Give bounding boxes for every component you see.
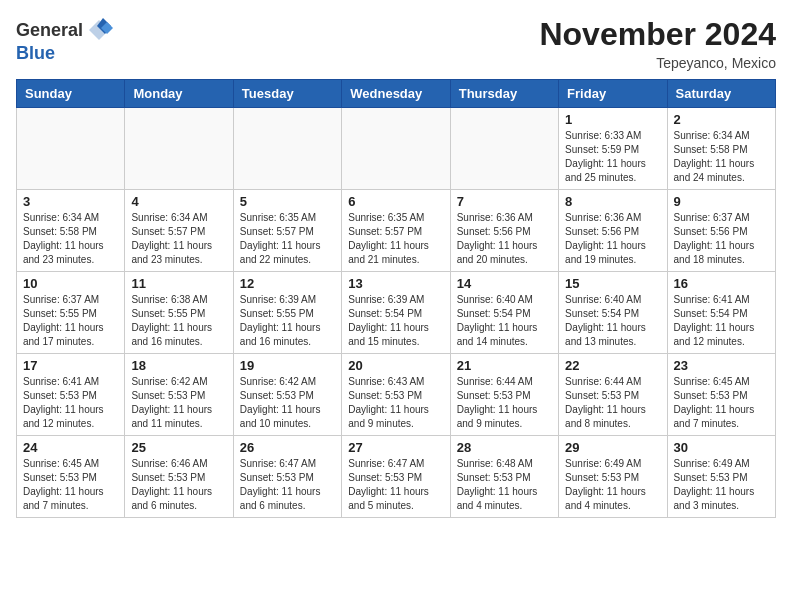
day-info: Sunrise: 6:44 AMSunset: 5:53 PMDaylight:… <box>565 375 660 431</box>
table-row <box>17 108 125 190</box>
day-info: Sunrise: 6:39 AMSunset: 5:55 PMDaylight:… <box>240 293 335 349</box>
day-info: Sunrise: 6:43 AMSunset: 5:53 PMDaylight:… <box>348 375 443 431</box>
table-row: 10Sunrise: 6:37 AMSunset: 5:55 PMDayligh… <box>17 272 125 354</box>
table-row: 24Sunrise: 6:45 AMSunset: 5:53 PMDayligh… <box>17 436 125 518</box>
day-info: Sunrise: 6:47 AMSunset: 5:53 PMDaylight:… <box>348 457 443 513</box>
day-info: Sunrise: 6:34 AMSunset: 5:57 PMDaylight:… <box>131 211 226 267</box>
day-number: 21 <box>457 358 552 373</box>
day-number: 4 <box>131 194 226 209</box>
day-number: 19 <box>240 358 335 373</box>
table-row: 12Sunrise: 6:39 AMSunset: 5:55 PMDayligh… <box>233 272 341 354</box>
day-number: 16 <box>674 276 769 291</box>
header-tuesday: Tuesday <box>233 80 341 108</box>
header-monday: Monday <box>125 80 233 108</box>
logo-icon <box>85 16 113 44</box>
month-title: November 2024 <box>539 16 776 53</box>
day-number: 28 <box>457 440 552 455</box>
day-number: 23 <box>674 358 769 373</box>
day-number: 6 <box>348 194 443 209</box>
table-row: 21Sunrise: 6:44 AMSunset: 5:53 PMDayligh… <box>450 354 558 436</box>
header-wednesday: Wednesday <box>342 80 450 108</box>
day-info: Sunrise: 6:44 AMSunset: 5:53 PMDaylight:… <box>457 375 552 431</box>
table-row <box>125 108 233 190</box>
day-number: 14 <box>457 276 552 291</box>
calendar-table: Sunday Monday Tuesday Wednesday Thursday… <box>16 79 776 518</box>
day-number: 25 <box>131 440 226 455</box>
table-row: 20Sunrise: 6:43 AMSunset: 5:53 PMDayligh… <box>342 354 450 436</box>
day-number: 22 <box>565 358 660 373</box>
day-info: Sunrise: 6:40 AMSunset: 5:54 PMDaylight:… <box>565 293 660 349</box>
calendar-week-row: 24Sunrise: 6:45 AMSunset: 5:53 PMDayligh… <box>17 436 776 518</box>
table-row: 18Sunrise: 6:42 AMSunset: 5:53 PMDayligh… <box>125 354 233 436</box>
calendar-week-row: 17Sunrise: 6:41 AMSunset: 5:53 PMDayligh… <box>17 354 776 436</box>
day-info: Sunrise: 6:36 AMSunset: 5:56 PMDaylight:… <box>457 211 552 267</box>
day-number: 10 <box>23 276 118 291</box>
day-info: Sunrise: 6:47 AMSunset: 5:53 PMDaylight:… <box>240 457 335 513</box>
day-info: Sunrise: 6:39 AMSunset: 5:54 PMDaylight:… <box>348 293 443 349</box>
day-info: Sunrise: 6:34 AMSunset: 5:58 PMDaylight:… <box>23 211 118 267</box>
day-info: Sunrise: 6:42 AMSunset: 5:53 PMDaylight:… <box>240 375 335 431</box>
day-number: 13 <box>348 276 443 291</box>
header-sunday: Sunday <box>17 80 125 108</box>
table-row: 11Sunrise: 6:38 AMSunset: 5:55 PMDayligh… <box>125 272 233 354</box>
header-thursday: Thursday <box>450 80 558 108</box>
day-number: 1 <box>565 112 660 127</box>
table-row: 23Sunrise: 6:45 AMSunset: 5:53 PMDayligh… <box>667 354 775 436</box>
day-info: Sunrise: 6:40 AMSunset: 5:54 PMDaylight:… <box>457 293 552 349</box>
calendar-week-row: 3Sunrise: 6:34 AMSunset: 5:58 PMDaylight… <box>17 190 776 272</box>
day-number: 9 <box>674 194 769 209</box>
day-info: Sunrise: 6:34 AMSunset: 5:58 PMDaylight:… <box>674 129 769 185</box>
day-info: Sunrise: 6:35 AMSunset: 5:57 PMDaylight:… <box>348 211 443 267</box>
table-row: 8Sunrise: 6:36 AMSunset: 5:56 PMDaylight… <box>559 190 667 272</box>
table-row: 16Sunrise: 6:41 AMSunset: 5:54 PMDayligh… <box>667 272 775 354</box>
table-row: 26Sunrise: 6:47 AMSunset: 5:53 PMDayligh… <box>233 436 341 518</box>
table-row: 17Sunrise: 6:41 AMSunset: 5:53 PMDayligh… <box>17 354 125 436</box>
day-number: 18 <box>131 358 226 373</box>
table-row: 30Sunrise: 6:49 AMSunset: 5:53 PMDayligh… <box>667 436 775 518</box>
page-header: General Blue November 2024 Tepeyanco, Me… <box>16 16 776 71</box>
table-row: 22Sunrise: 6:44 AMSunset: 5:53 PMDayligh… <box>559 354 667 436</box>
day-info: Sunrise: 6:37 AMSunset: 5:55 PMDaylight:… <box>23 293 118 349</box>
day-info: Sunrise: 6:41 AMSunset: 5:54 PMDaylight:… <box>674 293 769 349</box>
day-number: 12 <box>240 276 335 291</box>
day-info: Sunrise: 6:49 AMSunset: 5:53 PMDaylight:… <box>565 457 660 513</box>
day-info: Sunrise: 6:49 AMSunset: 5:53 PMDaylight:… <box>674 457 769 513</box>
day-number: 27 <box>348 440 443 455</box>
day-info: Sunrise: 6:45 AMSunset: 5:53 PMDaylight:… <box>674 375 769 431</box>
title-area: November 2024 Tepeyanco, Mexico <box>539 16 776 71</box>
day-info: Sunrise: 6:38 AMSunset: 5:55 PMDaylight:… <box>131 293 226 349</box>
day-number: 20 <box>348 358 443 373</box>
logo-general: General <box>16 21 83 39</box>
table-row: 9Sunrise: 6:37 AMSunset: 5:56 PMDaylight… <box>667 190 775 272</box>
table-row: 27Sunrise: 6:47 AMSunset: 5:53 PMDayligh… <box>342 436 450 518</box>
calendar-header-row: Sunday Monday Tuesday Wednesday Thursday… <box>17 80 776 108</box>
table-row: 13Sunrise: 6:39 AMSunset: 5:54 PMDayligh… <box>342 272 450 354</box>
table-row: 5Sunrise: 6:35 AMSunset: 5:57 PMDaylight… <box>233 190 341 272</box>
day-number: 17 <box>23 358 118 373</box>
table-row: 14Sunrise: 6:40 AMSunset: 5:54 PMDayligh… <box>450 272 558 354</box>
table-row: 7Sunrise: 6:36 AMSunset: 5:56 PMDaylight… <box>450 190 558 272</box>
header-friday: Friday <box>559 80 667 108</box>
day-number: 3 <box>23 194 118 209</box>
table-row: 2Sunrise: 6:34 AMSunset: 5:58 PMDaylight… <box>667 108 775 190</box>
table-row <box>450 108 558 190</box>
table-row: 15Sunrise: 6:40 AMSunset: 5:54 PMDayligh… <box>559 272 667 354</box>
table-row: 6Sunrise: 6:35 AMSunset: 5:57 PMDaylight… <box>342 190 450 272</box>
calendar-week-row: 10Sunrise: 6:37 AMSunset: 5:55 PMDayligh… <box>17 272 776 354</box>
day-info: Sunrise: 6:33 AMSunset: 5:59 PMDaylight:… <box>565 129 660 185</box>
table-row: 4Sunrise: 6:34 AMSunset: 5:57 PMDaylight… <box>125 190 233 272</box>
day-number: 29 <box>565 440 660 455</box>
table-row <box>233 108 341 190</box>
table-row: 1Sunrise: 6:33 AMSunset: 5:59 PMDaylight… <box>559 108 667 190</box>
day-number: 7 <box>457 194 552 209</box>
logo-blue: Blue <box>16 43 55 63</box>
table-row: 19Sunrise: 6:42 AMSunset: 5:53 PMDayligh… <box>233 354 341 436</box>
day-number: 5 <box>240 194 335 209</box>
day-number: 15 <box>565 276 660 291</box>
day-number: 26 <box>240 440 335 455</box>
header-saturday: Saturday <box>667 80 775 108</box>
day-info: Sunrise: 6:42 AMSunset: 5:53 PMDaylight:… <box>131 375 226 431</box>
table-row: 3Sunrise: 6:34 AMSunset: 5:58 PMDaylight… <box>17 190 125 272</box>
table-row: 28Sunrise: 6:48 AMSunset: 5:53 PMDayligh… <box>450 436 558 518</box>
calendar-week-row: 1Sunrise: 6:33 AMSunset: 5:59 PMDaylight… <box>17 108 776 190</box>
